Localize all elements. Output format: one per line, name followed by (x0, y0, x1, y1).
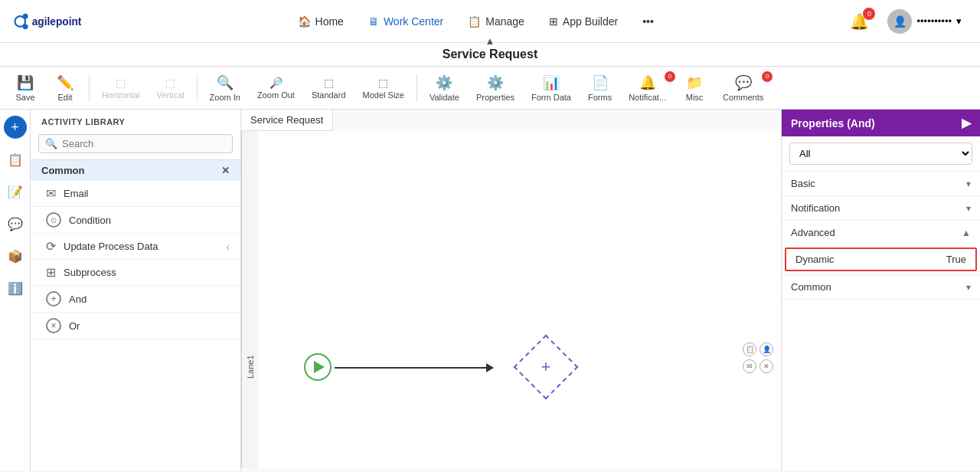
forms-label: Forms (588, 93, 612, 102)
close-icon[interactable]: ✕ (221, 165, 230, 176)
vertical-button[interactable]: ⬚ Vertical (149, 74, 192, 103)
props-section-basic-header[interactable]: Basic ▾ (782, 172, 980, 195)
vertical-label: Vertical (157, 90, 185, 100)
horizontal-button[interactable]: ⬚ Horizontal (94, 74, 148, 103)
forms-icon: 📄 (592, 74, 609, 91)
nav-appbuilder[interactable]: ⊞ App Builder (538, 11, 629, 32)
edit-button[interactable]: ✏️ Edit (46, 71, 84, 105)
list-item-or[interactable]: × Or (31, 313, 240, 339)
activity-library-panel: ACTIVITY LIBRARY 🔍 Common ✕ ✉ Email ⊙ Co… (31, 110, 241, 471)
props-section-common-header[interactable]: Common ▾ (782, 275, 980, 299)
props-section-basic: Basic ▾ (782, 172, 980, 196)
or-label: Or (69, 320, 230, 332)
notification-label: Notificat... (629, 93, 666, 102)
lane1-content[interactable]: + 📋 👤 ✉ ✕ (258, 131, 781, 468)
common-section-props-label: Common (791, 281, 831, 293)
flow-arrow (335, 367, 488, 369)
collapse-arrow[interactable]: ▲ (485, 35, 495, 47)
list-item-and[interactable]: + And (31, 286, 240, 313)
svg-point-1 (23, 13, 28, 18)
search-input[interactable] (62, 138, 226, 149)
standard-icon: ⬚ (324, 77, 334, 89)
activity-library-label: ACTIVITY LIBRARY (41, 117, 125, 126)
zoom-in-label: Zoom In (210, 93, 240, 102)
list-item-subprocess[interactable]: ⊞ Subprocess (31, 260, 240, 286)
sidebar-nav-2[interactable]: 📝 (4, 180, 27, 203)
sidebar-nav-3[interactable]: 💬 (4, 212, 27, 235)
user-menu[interactable]: 👤 •••••••••• ▾ (881, 6, 968, 37)
bpmn-canvas[interactable]: Lane1 + (241, 131, 781, 468)
basic-chevron-icon: ▾ (966, 179, 971, 189)
search-box[interactable]: 🔍 (38, 134, 233, 153)
basic-section-label: Basic (791, 178, 815, 189)
zoom-out-button[interactable]: 🔎 Zoom Out (250, 74, 302, 103)
forms-button[interactable]: 📄 Forms (580, 71, 619, 105)
update-process-label: Update Process Data (64, 241, 218, 252)
misc-icon: 📁 (686, 74, 703, 91)
zoom-in-icon: 🔍 (217, 74, 234, 91)
toolbar-divider-3 (416, 74, 417, 102)
nav-home-label: Home (315, 15, 344, 28)
expand-icon[interactable]: ‹ (226, 241, 230, 253)
standard-button[interactable]: ⬚ Standard (304, 74, 354, 103)
play-icon (314, 361, 325, 373)
props-section-advanced-header[interactable]: Advanced ▲ (782, 221, 980, 244)
properties-button[interactable]: ⚙️ Properties (469, 71, 522, 105)
common-chevron-icon: ▾ (966, 282, 971, 293)
nav-manage[interactable]: 📋 Manage (457, 11, 535, 32)
props-section-advanced: Advanced ▲ Dynamic True (782, 221, 980, 275)
advanced-section-label: Advanced (791, 227, 835, 238)
model-size-button[interactable]: ⬚ Model Size (355, 74, 412, 103)
nav-more[interactable]: ••• (632, 11, 665, 32)
action-icon-4[interactable]: ✕ (760, 359, 773, 373)
activity-library-header: ACTIVITY LIBRARY (31, 110, 240, 131)
start-event[interactable] (304, 353, 332, 381)
common-section-label: Common (41, 165, 84, 176)
gateway-and[interactable]: + (513, 335, 578, 400)
props-section-notification-header[interactable]: Notification ▾ (782, 196, 980, 220)
form-data-button[interactable]: 📊 Form Data (524, 71, 579, 105)
zoom-out-icon: 🔎 (270, 77, 283, 89)
properties-title: Properties (And) (791, 117, 875, 129)
sidebar-nav-4[interactable]: 📦 (4, 244, 27, 267)
action-icon-3[interactable]: ✉ (743, 359, 756, 373)
notification-tb-button[interactable]: 🔔 0 Notificat... (621, 71, 674, 105)
edit-icon: ✏️ (57, 74, 74, 91)
save-label: Save (15, 93, 34, 102)
action-icon-1[interactable]: 📋 (743, 343, 756, 356)
properties-expand-icon[interactable]: ▶ (962, 116, 971, 130)
action-icon-2[interactable]: 👤 (760, 343, 773, 356)
comments-button[interactable]: 💬 0 Comments (715, 71, 771, 105)
standard-label: Standard (312, 90, 346, 100)
save-button[interactable]: 💾 Save (6, 71, 44, 105)
toolbar: 💾 Save ✏️ Edit ⬚ Horizontal ⬚ Vertical 🔍… (0, 67, 980, 110)
agilepoint-logo: agilepoint (12, 8, 104, 35)
zoom-out-label: Zoom Out (257, 90, 295, 100)
sidebar-nav-1[interactable]: 📋 (4, 148, 27, 171)
sidebar-add-icon[interactable]: + (4, 116, 27, 139)
zoom-in-button[interactable]: 🔍 Zoom In (202, 71, 248, 105)
common-section-header[interactable]: Common ✕ (31, 159, 240, 181)
dynamic-label: Dynamic (795, 254, 940, 265)
sidebar-nav-5[interactable]: ℹ️ (4, 277, 27, 300)
home-icon: 🏠 (298, 15, 311, 28)
condition-label: Condition (69, 215, 230, 226)
form-data-icon: 📊 (543, 74, 560, 91)
list-item-email[interactable]: ✉ Email (31, 181, 240, 207)
misc-button[interactable]: 📁 Misc (675, 71, 714, 105)
validate-button[interactable]: ⚙️ Validate (422, 71, 467, 105)
subprocess-icon: ⊞ (46, 265, 56, 280)
nav-home[interactable]: 🏠 Home (287, 11, 354, 32)
canvas-area: Service Request Lane1 (241, 110, 781, 471)
model-size-label: Model Size (363, 90, 404, 100)
properties-filter-select[interactable]: All Basic Notification Advanced Common (789, 143, 972, 165)
properties-icon: ⚙️ (487, 74, 504, 91)
notification-button[interactable]: 🔔 0 (847, 9, 872, 34)
notification-chevron-icon: ▾ (966, 203, 971, 214)
list-item-update-process-data[interactable]: ⟳ Update Process Data ‹ (31, 234, 240, 260)
dynamic-property-row: Dynamic True (785, 247, 977, 271)
nav-manage-label: Manage (485, 15, 524, 28)
list-item-condition[interactable]: ⊙ Condition (31, 207, 240, 234)
nav-workcenter[interactable]: 🖥 Work Center (358, 11, 454, 32)
properties-filter[interactable]: All Basic Notification Advanced Common (782, 136, 980, 172)
